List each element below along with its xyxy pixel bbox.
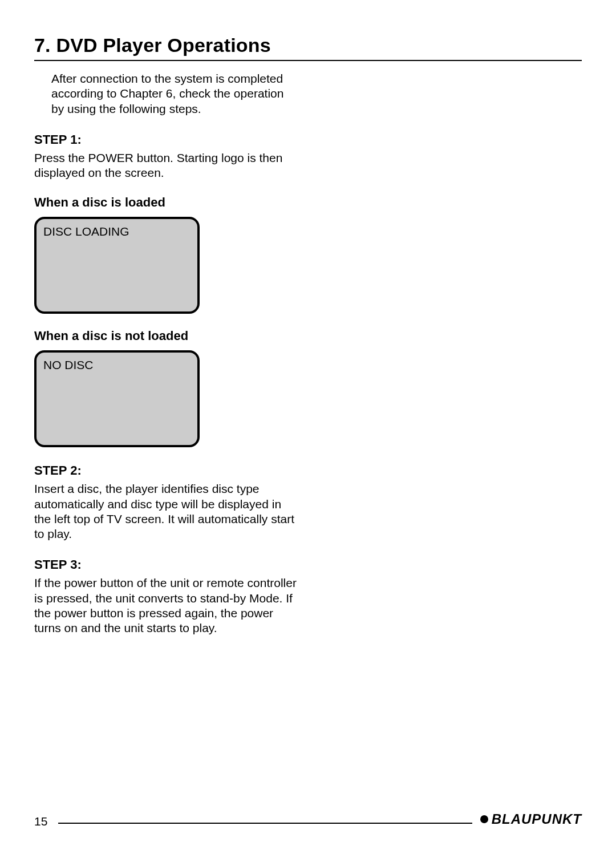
disc-loaded-heading: When a disc is loaded [34, 195, 582, 210]
intro-paragraph: After connection to the system is comple… [51, 71, 291, 116]
section-title: 7. DVD Player Operations [34, 34, 582, 56]
page-footer: 15 BLAUPUNKT [34, 815, 582, 831]
screen-disc-loading-text: DISC LOADING [43, 225, 129, 238]
brand-dot-icon [480, 815, 488, 823]
step-2-heading: STEP 2: [34, 463, 582, 478]
step-1-body: Press the POWER button. Starting logo is… [34, 151, 297, 181]
step-2-body: Insert a disc, the player identifies dis… [34, 481, 297, 541]
screen-no-disc: NO DISC [34, 350, 200, 447]
disc-not-loaded-heading: When a disc is not loaded [34, 329, 582, 343]
step-3-heading: STEP 3: [34, 557, 582, 572]
step-3-body: If the power button of the unit or remot… [34, 576, 297, 636]
title-rule [34, 60, 582, 61]
screen-disc-loading: DISC LOADING [34, 217, 200, 314]
brand-name: BLAUPUNKT [492, 811, 582, 827]
brand-logo: BLAUPUNKT [472, 811, 582, 827]
page-number: 15 [34, 815, 52, 828]
step-1-heading: STEP 1: [34, 132, 582, 147]
manual-page: 7. DVD Player Operations After connectio… [0, 0, 616, 862]
screen-no-disc-text: NO DISC [43, 358, 94, 371]
